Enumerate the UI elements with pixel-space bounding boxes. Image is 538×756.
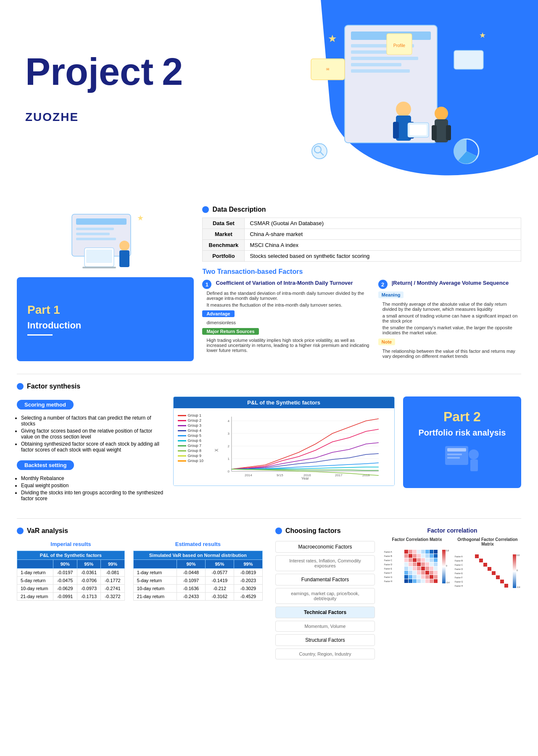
svg-rect-196 [479,584,483,588]
svg-rect-149 [483,559,487,562]
factor1-advantage-badge: Advantage [202,310,234,317]
table-row-label: 10-day return [17,585,53,593]
svg-rect-91 [421,558,425,562]
backtest-bullet3: Dividing the stocks into ten groups acco… [21,490,165,501]
table-col-90: 90% [53,560,77,569]
pnl-chart-box: P&L of the Synthetic factors Group 1 Gro… [173,396,395,486]
svg-text:1: 1 [227,457,229,461]
svg-rect-79 [404,554,408,558]
var-title: VaR analysis [27,527,68,535]
svg-rect-133 [430,579,433,583]
svg-rect-104 [409,567,412,570]
backtest-badge: Backtest setting [17,460,74,470]
scoring-bullet1: Selecting a number of factors that can p… [21,415,165,427]
svg-rect-160 [496,563,500,567]
svg-rect-165 [483,567,487,571]
pnl-var-table: P&L of the Synthetic factors 90% 95% 99%… [17,551,125,601]
table-cell-value: China A-share market [245,229,521,240]
table-row: P&L of the Synthetic factors [17,551,125,560]
svg-rect-186 [504,575,508,579]
table-col-empty [17,560,53,569]
svg-rect-163 [475,567,479,571]
hero-illustration: Profile ✉ ★ ★ [286,8,496,185]
svg-rect-93 [430,558,433,562]
factor2-meaning-label: Meaning [378,291,404,298]
table-row: Portfolio Stocks selected based on synth… [203,251,521,262]
matrix1-label: Factor Correlation Matrix [383,537,451,542]
svg-rect-135 [442,550,446,583]
svg-rect-192 [496,580,500,583]
svg-text:-0.4: -0.4 [446,581,450,584]
svg-rect-99 [421,562,425,566]
factor2-title: |Return| / Monthly Average Volume Sequen… [392,280,509,286]
svg-rect-113 [413,571,417,575]
hero-title: Project 2 [25,50,183,94]
simulated-var-table: Simulated VaR based on Normal distributi… [133,551,263,601]
svg-rect-94 [434,558,438,562]
factor1-num: 1 [202,280,211,289]
factor1-advantage-text: dimensionless [206,320,374,325]
var-tables-row: Imperial results P&L of the Synthetic fa… [17,541,263,607]
legend-label: Group 6 [188,438,202,443]
svg-text:★: ★ [137,214,144,222]
synthesis-content: Scoring method Selecting a number of fac… [17,396,521,506]
svg-text:Factor H: Factor H [384,580,393,583]
svg-rect-60 [447,457,460,459]
svg-rect-83 [421,554,425,558]
table-cell-value: MSCI China A index [245,240,521,251]
pnl-legend: Group 1 Group 2 Group 3 Group 4 Group 5 … [178,412,204,481]
legend-label: Group 8 [188,449,202,453]
svg-point-13 [435,107,448,120]
svg-rect-173 [483,571,487,575]
svg-rect-106 [417,567,421,570]
svg-rect-191 [492,580,496,583]
intro-right: Data Description Data Set CSMAR (Guotai … [202,206,521,361]
svg-rect-148 [479,559,483,562]
table-row-label: 5-day return [17,577,53,585]
svg-text:Factor E: Factor E [455,572,463,575]
factor1-bullet1: Defined as the standard deviation of int… [206,291,374,301]
backtest-bullet2: Equal weight position [21,483,165,488]
legend-item: Group 9 [178,454,204,458]
pnl-chart-body: Group 1 Group 2 Group 3 Group 4 Group 5 … [174,408,394,486]
choosing-dot [275,528,282,534]
corr-matrices: Factor Correlation Matrix Factor A Facto… [383,537,521,617]
svg-rect-168 [496,567,500,571]
svg-text:Factor G: Factor G [384,576,393,578]
list-item: Country, Region, Industry [275,648,375,659]
legend-item: Group 6 [178,438,204,443]
svg-rect-36 [86,249,112,263]
svg-rect-31 [76,233,110,235]
svg-rect-118 [434,571,438,575]
list-item: Momentum, Volume [275,621,375,632]
factor2-note-text: The relationship between the value of th… [382,349,521,359]
svg-rect-131 [421,579,425,583]
svg-text:✉: ✉ [326,67,330,71]
choosing-title-row: Choosing factors [275,527,375,535]
table-row: 1-day return -0.0197 -0.0361 -0.081 [17,569,125,577]
legend-item: Group 3 [178,423,204,428]
svg-text:Factor F: Factor F [384,572,392,574]
svg-text:Factor D: Factor D [455,568,463,570]
table-row: 21-day return -0.0991 -0.1713 -0.3272 [17,593,125,601]
svg-text:Factor A: Factor A [455,555,463,558]
svg-rect-197 [483,584,487,588]
svg-rect-190 [488,580,491,583]
svg-text:0: 0 [517,569,518,572]
svg-rect-90 [417,558,421,562]
imperial-results: Imperial results P&L of the Synthetic fa… [17,541,125,607]
legend-item: Group 1 [178,413,204,417]
svg-rect-172 [479,571,483,575]
svg-rect-141 [483,554,487,558]
svg-rect-194 [504,580,508,583]
table-cell: -0.2023 [234,577,262,585]
svg-rect-115 [421,571,425,575]
svg-rect-171 [475,571,479,575]
svg-rect-176 [496,571,500,575]
svg-text:0: 0 [227,470,229,473]
table-cell: -0.0197 [53,569,77,577]
svg-rect-167 [492,567,496,571]
svg-text:9/15: 9/15 [277,473,283,477]
svg-rect-157 [483,563,487,567]
svg-rect-143 [492,554,496,558]
